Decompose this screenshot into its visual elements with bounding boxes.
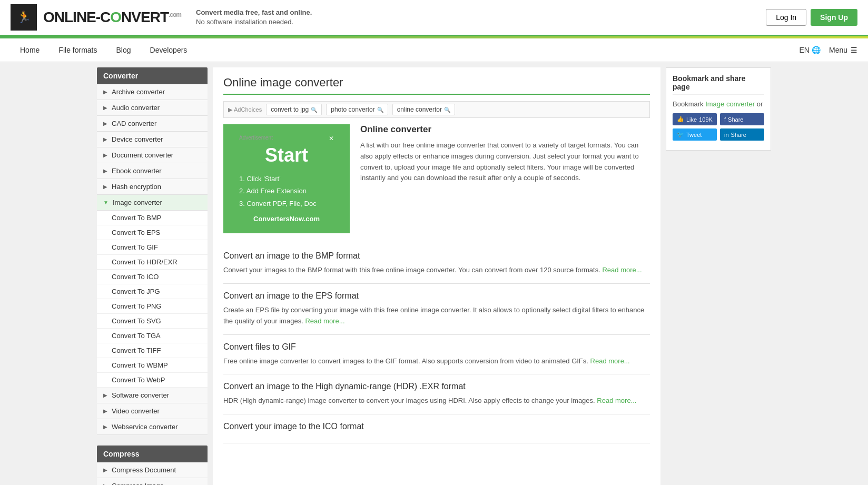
- logo-name-text: ONLINE-CONVERT: [43, 9, 169, 25]
- read-more-bmp[interactable]: Read more...: [602, 266, 642, 274]
- header-buttons: Log In Sign Up: [766, 9, 857, 26]
- menu-button[interactable]: Menu ☰: [829, 46, 857, 54]
- converter-bmp-title: Convert an image to the BMP format: [223, 251, 650, 261]
- sidebar-subitem-svg[interactable]: Convert To SVG: [97, 314, 208, 329]
- bookmark-image-link[interactable]: Image converter: [705, 100, 755, 108]
- main-layout: Converter ▶ Archive converter ▶ Audio co…: [92, 62, 776, 485]
- globe-icon: 🌐: [812, 46, 821, 54]
- ad-search-2[interactable]: photo convertor 🔍: [326, 104, 388, 115]
- nav-file-formats[interactable]: File formats: [49, 38, 106, 62]
- sidebar-item-cad[interactable]: ▶ CAD converter: [97, 116, 208, 132]
- converter-eps-text: Create an EPS file by converting your im…: [223, 305, 650, 327]
- sidebar-item-hash[interactable]: ▶ Hash encryption: [97, 179, 208, 195]
- sidebar-subitem-ico[interactable]: Convert To ICO: [97, 270, 208, 284]
- sidebar-compress-image-label: Compress Image: [112, 482, 164, 485]
- chevron-right-icon: ▶: [103, 89, 107, 95]
- ad-choices-tag: ▶ AdChoices: [228, 106, 262, 113]
- sidebar-subitem-bmp[interactable]: Convert To BMP: [97, 211, 208, 225]
- ad-start-button[interactable]: Start: [239, 144, 334, 166]
- read-more-eps[interactable]: Read more...: [305, 317, 344, 325]
- ad-site-name: ConvertersNow.com: [239, 215, 334, 223]
- facebook-share-button[interactable]: f Share: [720, 113, 764, 125]
- nav-developers[interactable]: Developers: [141, 38, 197, 62]
- thumbs-up-icon: 👍: [677, 116, 684, 123]
- sidebar-item-image-label: Image converter: [113, 199, 162, 206]
- right-panel: Bookmark and share page Bookmark Image c…: [666, 67, 771, 485]
- login-button[interactable]: Log In: [766, 9, 806, 26]
- converter-gif: Convert files to GIF Free online image c…: [223, 335, 650, 375]
- linkedin-share-button[interactable]: in Share: [720, 128, 764, 141]
- online-converter-description: Online converter A list with our free on…: [360, 124, 650, 233]
- sidebar-item-audio[interactable]: ▶ Audio converter: [97, 100, 208, 116]
- sidebar-subitem-eps[interactable]: Convert To EPS: [97, 225, 208, 240]
- converter-gif-title: Convert files to GIF: [223, 342, 650, 352]
- share-icon-fb: f: [724, 116, 726, 123]
- sidebar-subitem-tiff[interactable]: Convert To TIFF: [97, 343, 208, 358]
- sidebar-section-converter: Converter: [97, 67, 208, 84]
- sidebar-item-compress-doc[interactable]: ▶ Compress Document: [97, 462, 208, 478]
- converter-gif-text: Free online image converter to convert i…: [223, 356, 650, 367]
- hamburger-icon: ☰: [851, 46, 857, 54]
- header: 🏃 ONLINE-CONVERT.com Convert media free,…: [0, 0, 868, 36]
- ad-search-text-2: photo convertor: [331, 106, 374, 113]
- sidebar-item-webservice[interactable]: ▶ Webservice converter: [97, 419, 208, 435]
- like-count: 109K: [699, 116, 713, 123]
- logo-box: 🏃: [11, 4, 37, 31]
- ad-search-text-3: online convertor: [397, 106, 442, 113]
- sidebar-item-ebook[interactable]: ▶ Ebook converter: [97, 163, 208, 179]
- ad-bar: ▶ AdChoices convert to jpg 🔍 photo conve…: [223, 101, 650, 118]
- facebook-like-button[interactable]: 👍 Like 109K: [673, 113, 717, 125]
- nav-right: EN 🌐 Menu ☰: [800, 46, 857, 54]
- search-icon: 🔍: [377, 107, 383, 113]
- ad-search-1[interactable]: convert to jpg 🔍: [266, 104, 322, 115]
- ad-step-3: 3. Convert PDF, File, Doc: [239, 197, 334, 210]
- sidebar-item-video[interactable]: ▶ Video converter: [97, 403, 208, 419]
- sidebar-subitem-wbmp[interactable]: Convert To WBMP: [97, 358, 208, 373]
- lang-selector[interactable]: EN 🌐: [800, 46, 821, 54]
- chevron-right-icon: ▶: [103, 184, 107, 190]
- sidebar-item-software-label: Software converter: [112, 391, 169, 399]
- sidebar-item-image[interactable]: ▼ Image converter: [97, 195, 208, 211]
- read-more-hdr[interactable]: Read more...: [597, 397, 636, 404]
- logo-com: .com: [169, 11, 181, 18]
- sidebar-subitem-hdr[interactable]: Convert To HDR/EXR: [97, 255, 208, 270]
- ad-search-3[interactable]: online convertor 🔍: [392, 104, 455, 115]
- ad-choices-label: AdChoices: [234, 106, 262, 113]
- chevron-right-icon: ▶: [103, 467, 107, 473]
- converter-hdr-text: HDR (High dynamic-range) image converter…: [223, 395, 650, 407]
- converter-hdr: Convert an image to the High dynamic-ran…: [223, 374, 650, 414]
- sidebar-item-archive[interactable]: ▶ Archive converter: [97, 84, 208, 100]
- sidebar-item-software[interactable]: ▶ Software converter: [97, 388, 208, 403]
- search-icon: 🔍: [311, 107, 317, 113]
- logo-text: ONLINE-CONVERT.com: [43, 9, 181, 26]
- signup-button[interactable]: Sign Up: [811, 9, 857, 26]
- read-more-gif[interactable]: Read more...: [590, 357, 630, 365]
- sidebar-subitem-tga[interactable]: Convert To TGA: [97, 329, 208, 343]
- ad-box: Advertisement ✕ Start 1. Click 'Start' 2…: [223, 124, 350, 233]
- converter-bmp-text: Convert your images to the BMP format wi…: [223, 265, 650, 276]
- social-row-tweet-share: 🐦 Tweet in Share: [673, 128, 764, 141]
- chevron-right-icon: ▶: [103, 424, 107, 430]
- sidebar-subitem-webp[interactable]: Convert To WebP: [97, 373, 208, 388]
- bookmark-text: Bookmark: [673, 100, 705, 108]
- sidebar-subitem-png[interactable]: Convert To PNG: [97, 299, 208, 314]
- ad-label: Advertisement: [239, 135, 273, 141]
- twitter-tweet-button[interactable]: 🐦 Tweet: [673, 128, 717, 141]
- chevron-right-icon: ▶: [103, 152, 107, 158]
- nav-blog[interactable]: Blog: [106, 38, 140, 62]
- sidebar-item-document-label: Document converter: [112, 151, 173, 159]
- sidebar-subitem-jpg[interactable]: Convert To JPG: [97, 284, 208, 299]
- sidebar-item-archive-label: Archive converter: [112, 88, 165, 96]
- ad-close-icon[interactable]: ✕: [329, 135, 334, 142]
- chevron-right-icon: ▶: [103, 483, 107, 485]
- sidebar-item-device[interactable]: ▶ Device converter: [97, 132, 208, 147]
- header-tagline: Convert media free, fast and online. No …: [196, 8, 312, 27]
- sidebar-item-compress-image[interactable]: ▶ Compress Image: [97, 478, 208, 485]
- sidebar-item-webservice-label: Webservice converter: [112, 423, 177, 431]
- share-li-label: Share: [731, 132, 746, 138]
- logo-icon: 🏃: [17, 11, 31, 24]
- sidebar-subitem-gif[interactable]: Convert To GIF: [97, 240, 208, 255]
- tagline-line2: No software installation needed.: [196, 18, 293, 26]
- sidebar-item-document[interactable]: ▶ Document converter: [97, 147, 208, 163]
- nav-home[interactable]: Home: [11, 38, 49, 62]
